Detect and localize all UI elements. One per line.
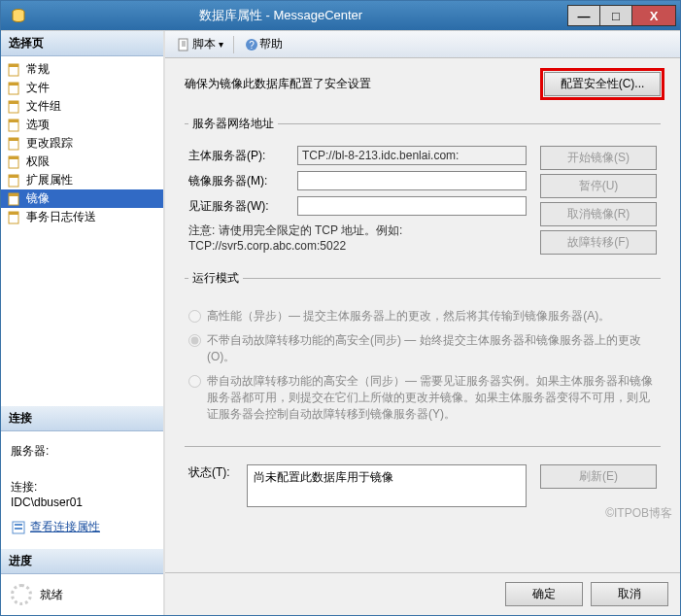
window-maximize-button[interactable]: □ [599, 5, 632, 26]
svg-rect-12 [9, 156, 18, 159]
cancel-mirror-button[interactable]: 取消镜像(R) [540, 202, 657, 226]
page-item-changetracking[interactable]: 更改跟踪 [1, 134, 163, 153]
window-titlebar: 数据库属性 - MessageCenter — □ X [1, 1, 680, 30]
page-list: 常规 文件 文件组 选项 更改跟踪 权限 扩展属性 镜像 事务日志传送 [1, 56, 163, 230]
ok-button[interactable]: 确定 [505, 582, 583, 606]
status-label: 状态(T): [188, 464, 247, 481]
content-toolbar: 脚本 ▾ ? 帮助 [165, 31, 680, 58]
page-item-permissions[interactable]: 权限 [1, 153, 163, 171]
status-value-box: 尚未配置此数据库用于镜像 [247, 464, 527, 507]
page-item-options[interactable]: 选项 [1, 116, 163, 134]
view-connection-props-link[interactable]: 查看连接属性 [11, 519, 153, 535]
page-item-extendedprops[interactable]: 扩展属性 [1, 171, 163, 189]
script-label: 脚本 [192, 36, 216, 52]
page-item-files[interactable]: 文件 [1, 79, 163, 97]
chevron-down-icon: ▾ [219, 39, 223, 50]
svg-rect-22 [179, 39, 187, 51]
witness-server-label: 见证服务器(W): [188, 198, 297, 215]
operation-mode-group: 运行模式 高性能（异步）— 提交主体服务器上的更改，然后将其传输到镜像服务器(A… [185, 270, 661, 436]
left-sidebar: 选择页 常规 文件 文件组 选项 更改跟踪 权限 扩展属性 镜像 事务日志传送 … [1, 31, 165, 615]
mode-high-performance-label: 高性能（异步）— 提交主体服务器上的更改，然后将其传输到镜像服务器(A)。 [207, 308, 610, 325]
properties-icon [11, 520, 26, 535]
status-value: 尚未配置此数据库用于镜像 [254, 470, 393, 484]
failover-button[interactable]: 故障转移(F) [540, 230, 657, 255]
app-icon [11, 8, 26, 23]
server-network-group: 服务器网络地址 主体服务器(P): 镜像服务器(M): [185, 116, 661, 260]
mode-high-performance-radio[interactable] [188, 310, 201, 323]
page-item-label: 常规 [26, 61, 50, 78]
tcp-address-note: 注意: 请使用完全限定的 TCP 地址。例如: TCP://svr5.corp.… [188, 223, 480, 254]
server-network-legend: 服务器网络地址 [188, 116, 278, 132]
page-item-label: 事务日志传送 [26, 209, 96, 225]
principal-server-label: 主体服务器(P): [188, 148, 297, 164]
svg-rect-18 [9, 212, 18, 215]
help-icon: ? [244, 37, 259, 52]
help-label: 帮助 [259, 36, 283, 52]
svg-rect-8 [9, 120, 18, 122]
page-item-label: 权限 [26, 154, 50, 170]
page-item-logshipping[interactable]: 事务日志传送 [1, 208, 163, 226]
mirror-server-input[interactable] [297, 171, 527, 190]
mode-high-safety-no-failover-radio[interactable] [188, 334, 201, 347]
toolbar-separator [233, 36, 234, 53]
svg-text:?: ? [249, 40, 255, 51]
security-prompt-label: 确保为镜像此数据库配置了安全设置 [185, 72, 544, 92]
help-button[interactable]: ? 帮助 [238, 34, 289, 54]
dialog-footer: 确定 取消 [165, 572, 680, 615]
progress-spinner-icon [11, 584, 32, 605]
mode-high-safety-auto-failover-radio[interactable] [188, 375, 201, 388]
svg-rect-2 [9, 64, 18, 67]
view-connection-props-text: 查看连接属性 [30, 519, 100, 535]
configure-security-button[interactable]: 配置安全性(C)... [544, 72, 661, 96]
page-item-mirroring[interactable]: 镜像 [1, 189, 163, 208]
svg-rect-4 [9, 83, 18, 86]
mode-high-safety-no-failover[interactable]: 不带自动故障转移功能的高安全(同步) — 始终提交主体服务器和镜像服务器上的更改… [188, 332, 657, 365]
mode-high-performance[interactable]: 高性能（异步）— 提交主体服务器上的更改，然后将其传输到镜像服务器(A)。 [188, 308, 657, 325]
connection-header: 连接 [1, 406, 163, 431]
svg-rect-20 [15, 524, 22, 526]
operation-mode-legend: 运行模式 [188, 270, 243, 287]
pause-button[interactable]: 暂停(U) [540, 174, 657, 198]
server-label: 服务器: [11, 443, 153, 460]
status-group: 状态(T): 尚未配置此数据库用于镜像 刷新(E) [185, 446, 661, 513]
script-icon [177, 37, 192, 52]
svg-rect-14 [9, 175, 18, 178]
page-item-label: 文件组 [26, 98, 61, 115]
mode-high-safety-auto-failover-label: 带自动故障转移功能的高安全（同步）— 需要见证服务器实例。如果主体服务器和镜像服… [207, 373, 657, 423]
svg-rect-16 [9, 193, 18, 196]
page-item-label: 更改跟踪 [26, 135, 73, 152]
page-item-general[interactable]: 常规 [1, 60, 163, 79]
svg-rect-21 [15, 528, 22, 530]
progress-status: 就绪 [40, 587, 63, 603]
principal-server-input[interactable] [297, 146, 527, 165]
window-title: 数据库属性 - MessageCenter [32, 7, 529, 24]
mode-high-safety-auto-failover[interactable]: 带自动故障转移功能的高安全（同步）— 需要见证服务器实例。如果主体服务器和镜像服… [188, 373, 657, 423]
refresh-button[interactable]: 刷新(E) [540, 464, 657, 489]
script-dropdown[interactable]: 脚本 ▾ [171, 34, 229, 54]
connection-value: IDC\dbuser01 [11, 496, 153, 509]
right-content: 脚本 ▾ ? 帮助 确保为镜像此数据库配置了安全设置 配置安全性(C)... 服… [165, 31, 680, 615]
start-mirror-button[interactable]: 开始镜像(S) [540, 146, 657, 170]
page-item-filegroups[interactable]: 文件组 [1, 97, 163, 116]
svg-rect-10 [9, 138, 18, 141]
page-item-label: 文件 [26, 80, 50, 96]
witness-server-input[interactable] [297, 196, 527, 216]
cancel-button[interactable]: 取消 [591, 582, 668, 606]
window-close-button[interactable]: X [631, 5, 676, 26]
svg-rect-6 [9, 101, 18, 104]
mode-high-safety-no-failover-label: 不带自动故障转移功能的高安全(同步) — 始终提交主体服务器和镜像服务器上的更改… [207, 332, 657, 365]
page-item-label: 镜像 [26, 190, 50, 207]
window-minimize-button[interactable]: — [567, 5, 600, 26]
mirror-server-label: 镜像服务器(M): [188, 173, 297, 189]
page-item-label: 扩展属性 [26, 172, 73, 188]
connection-label: 连接: [11, 479, 153, 496]
select-page-header: 选择页 [1, 31, 163, 56]
page-item-label: 选项 [26, 117, 50, 133]
progress-header: 进度 [1, 549, 163, 574]
server-value [11, 460, 153, 473]
